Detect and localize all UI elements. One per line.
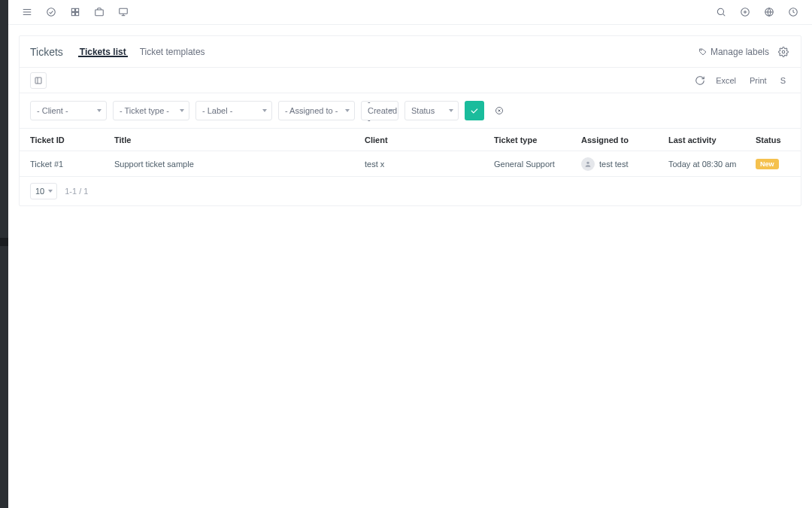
briefcase-icon[interactable] xyxy=(92,5,106,19)
chevron-down-icon xyxy=(345,109,350,112)
filter-assigned-to-label: - Assigned to - xyxy=(285,106,338,115)
toolbar-right: Excel Print S xyxy=(693,74,790,87)
menu-icon[interactable] xyxy=(20,5,34,19)
manage-labels-label: Manage labels xyxy=(710,47,769,57)
filter-ticket-type[interactable]: - Ticket type - xyxy=(113,101,189,120)
col-client[interactable]: Client xyxy=(365,135,494,144)
table-header: Ticket ID Title Client Ticket type Assig… xyxy=(20,129,801,151)
svg-point-27 xyxy=(586,161,589,163)
tabs: Tickets list Ticket templates xyxy=(78,47,207,57)
filters: - Client - - Ticket type - - Label - - A… xyxy=(20,93,801,129)
svg-rect-5 xyxy=(76,8,79,11)
page-title: Tickets xyxy=(30,46,63,58)
monitor-icon[interactable] xyxy=(117,5,130,19)
chevron-down-icon xyxy=(97,109,102,112)
card-header: Tickets Tickets list Ticket templates xyxy=(20,36,801,68)
svg-point-12 xyxy=(717,8,723,14)
filter-client[interactable]: - Client - xyxy=(30,101,107,120)
print-button[interactable]: Print xyxy=(745,74,771,87)
tickets-card: Tickets Tickets list Ticket templates xyxy=(19,35,801,206)
tickets-table: Ticket ID Title Client Ticket type Assig… xyxy=(20,129,801,177)
svg-point-3 xyxy=(47,8,56,17)
toolbar: Excel Print S xyxy=(20,68,801,93)
filter-assigned-to[interactable]: - Assigned to - xyxy=(278,101,355,120)
svg-line-13 xyxy=(723,14,726,17)
sidebar-collapse-handle[interactable] xyxy=(0,238,8,246)
topbar-right xyxy=(714,5,800,19)
check-icon xyxy=(469,105,480,116)
page-size-select[interactable]: 10 xyxy=(30,183,57,199)
filter-label[interactable]: - Label - xyxy=(195,101,272,120)
filter-status[interactable]: Status xyxy=(404,101,459,120)
svg-rect-6 xyxy=(71,13,74,16)
close-icon xyxy=(495,106,504,115)
globe-icon[interactable] xyxy=(762,5,776,19)
search-icon[interactable] xyxy=(714,5,728,19)
col-status[interactable]: Status xyxy=(756,135,790,144)
svg-rect-9 xyxy=(120,8,128,14)
cell-assigned-to: test test xyxy=(581,157,668,171)
table-footer: 10 1-1 / 1 xyxy=(20,177,801,205)
topbar-left xyxy=(20,5,130,19)
col-ticket-id[interactable]: Ticket ID xyxy=(30,135,114,144)
col-ticket-type[interactable]: Ticket type xyxy=(494,135,581,144)
filter-client-label: - Client - xyxy=(37,106,68,115)
topbar xyxy=(8,0,812,25)
page-size-value: 10 xyxy=(35,187,44,196)
cell-title: Support ticket sample xyxy=(114,160,365,169)
refresh-icon[interactable] xyxy=(693,74,707,87)
cell-client: test x xyxy=(365,160,494,169)
grid-icon[interactable] xyxy=(68,5,82,19)
tag-icon xyxy=(698,47,707,56)
filter-created[interactable]: - Created - xyxy=(361,101,398,120)
col-title[interactable]: Title xyxy=(114,135,365,144)
svg-rect-8 xyxy=(95,10,104,16)
col-assigned-to[interactable]: Assigned to xyxy=(581,135,668,144)
col-last-activity[interactable]: Last activity xyxy=(668,135,756,144)
tab-tickets-list[interactable]: Tickets list xyxy=(78,47,128,57)
cell-ticket-type: General Support xyxy=(494,160,581,169)
tab-label: Ticket templates xyxy=(140,47,205,57)
avatar xyxy=(581,157,595,171)
svg-rect-7 xyxy=(76,13,79,16)
s-button[interactable]: S xyxy=(776,74,790,87)
filter-label-label: - Label - xyxy=(202,106,232,115)
status-badge: New xyxy=(756,159,779,169)
svg-point-20 xyxy=(701,49,701,50)
apply-filter-button[interactable] xyxy=(465,101,484,120)
chevron-down-icon xyxy=(48,190,53,193)
chevron-down-icon xyxy=(449,109,453,112)
toolbar-left xyxy=(30,72,47,89)
plus-circle-icon[interactable] xyxy=(738,5,752,19)
chevron-down-icon xyxy=(262,109,267,112)
cell-last-activity: Today at 08:30 am xyxy=(668,160,756,169)
header-left: Tickets Tickets list Ticket templates xyxy=(30,46,207,58)
tab-ticket-templates[interactable]: Ticket templates xyxy=(138,47,207,57)
export-excel-button[interactable]: Excel xyxy=(711,74,741,87)
settings-icon[interactable] xyxy=(777,45,790,59)
cell-ticket-id: Ticket #1 xyxy=(30,160,114,169)
chevron-down-icon xyxy=(389,109,393,112)
cell-assigned-name: test test xyxy=(599,160,629,169)
tab-label: Tickets list xyxy=(80,47,126,57)
filter-status-label: Status xyxy=(411,106,435,115)
clock-icon[interactable] xyxy=(786,5,800,19)
header-right: Manage labels xyxy=(698,45,790,59)
chevron-down-icon xyxy=(180,109,184,112)
main: Tickets Tickets list Ticket templates xyxy=(8,0,812,508)
clear-filter-button[interactable] xyxy=(490,102,508,120)
page-info: 1-1 / 1 xyxy=(65,187,88,196)
svg-point-21 xyxy=(782,50,785,53)
content: Tickets Tickets list Ticket templates xyxy=(8,25,812,508)
table-row[interactable]: Ticket #1 Support ticket sample test x G… xyxy=(20,151,801,177)
svg-rect-4 xyxy=(71,8,74,11)
filter-ticket-type-label: - Ticket type - xyxy=(120,106,169,115)
sidebar xyxy=(0,0,8,508)
check-circle-icon[interactable] xyxy=(44,5,58,19)
kanban-toggle-button[interactable] xyxy=(30,72,47,89)
svg-rect-22 xyxy=(35,78,41,84)
manage-labels-button[interactable]: Manage labels xyxy=(698,47,769,57)
cell-status: New xyxy=(756,159,790,169)
